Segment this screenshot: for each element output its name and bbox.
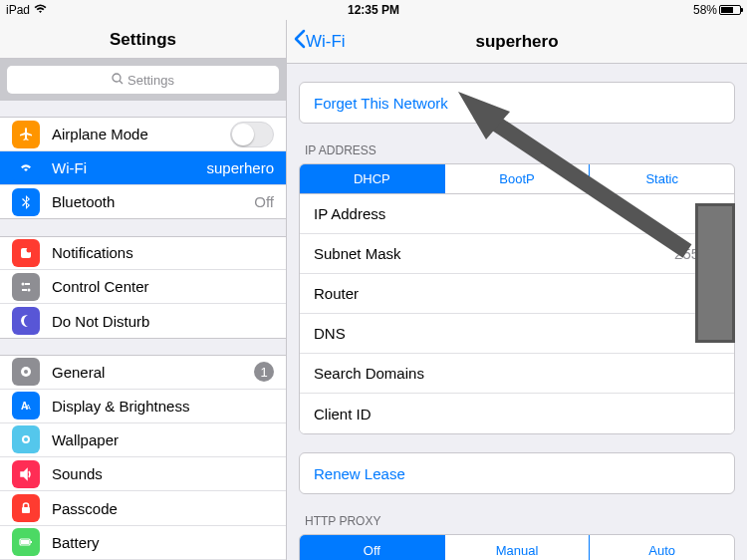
- search-input[interactable]: Settings: [7, 66, 279, 94]
- back-label: Wi-Fi: [306, 32, 346, 52]
- sidebar-item-wifi[interactable]: Wi-Fi superhero: [0, 151, 286, 185]
- sidebar-item-label: Wallpaper: [52, 431, 274, 448]
- lock-icon: [12, 494, 40, 522]
- segment-dhcp[interactable]: DHCP: [300, 164, 445, 193]
- notifications-icon: [12, 239, 40, 267]
- sidebar: Settings Settings Airplane Mode Wi-Fi su…: [0, 20, 287, 560]
- sounds-icon: [12, 460, 40, 488]
- sidebar-item-label: Airplane Mode: [52, 126, 230, 142]
- badge: 1: [254, 362, 274, 382]
- svg-rect-17: [21, 540, 29, 544]
- renew-lease-button[interactable]: Renew Lease: [299, 452, 735, 494]
- ip-section-header: IP ADDRESS: [299, 124, 735, 163]
- svg-rect-14: [22, 507, 30, 513]
- ip-key: Router: [314, 285, 703, 302]
- battery-icon: [719, 5, 741, 15]
- sidebar-item-sounds[interactable]: Sounds: [0, 457, 286, 491]
- control-center-icon: [12, 273, 40, 301]
- bluetooth-icon: [12, 188, 40, 216]
- sidebar-item-value: Off: [254, 193, 274, 210]
- wallpaper-icon: [12, 425, 40, 453]
- sidebar-item-notifications[interactable]: Notifications: [0, 236, 286, 271]
- sidebar-item-display[interactable]: AA Display & Brightness: [0, 390, 286, 423]
- search-icon: [112, 73, 124, 88]
- airplane-icon: [12, 121, 40, 148]
- detail-pane: Wi-Fi superhero Forget This Network IP A…: [287, 20, 747, 560]
- svg-point-9: [24, 370, 28, 374]
- sidebar-item-value: superhero: [206, 159, 274, 176]
- wifi-icon: [12, 153, 40, 181]
- segment-static[interactable]: Static: [590, 164, 734, 193]
- back-button[interactable]: Wi-Fi: [287, 29, 346, 54]
- sidebar-item-passcode[interactable]: Passcode: [0, 491, 286, 525]
- sidebar-item-battery[interactable]: Battery: [0, 526, 286, 560]
- segment-auto[interactable]: Auto: [590, 535, 734, 560]
- svg-point-13: [24, 437, 28, 441]
- airplane-toggle[interactable]: [230, 122, 274, 147]
- sidebar-item-label: Display & Brightness: [52, 398, 274, 415]
- ip-row[interactable]: Search Domains: [300, 354, 734, 394]
- sidebar-item-label: Sounds: [52, 465, 274, 482]
- sidebar-item-label: Wi-Fi: [52, 159, 206, 176]
- sidebar-item-label: Battery: [52, 534, 274, 551]
- ip-row[interactable]: IP Address192: [300, 194, 734, 234]
- sidebar-item-label: Do Not Disturb: [52, 313, 274, 330]
- ip-key: Client ID: [314, 406, 720, 422]
- segment-off[interactable]: Off: [300, 535, 445, 560]
- page-title: superhero: [287, 32, 747, 52]
- forget-label: Forget This Network: [314, 95, 448, 112]
- ip-row[interactable]: DNS19: [300, 314, 734, 354]
- svg-rect-7: [22, 289, 27, 291]
- svg-point-0: [113, 74, 121, 82]
- ip-row[interactable]: Subnet Mask255.25: [300, 234, 734, 274]
- ip-key: DNS: [314, 325, 703, 342]
- annotation-block: [695, 203, 735, 343]
- moon-icon: [12, 307, 40, 335]
- svg-rect-16: [31, 541, 33, 543]
- ip-key: Subnet Mask: [314, 245, 674, 262]
- proxy-segment[interactable]: Off Manual Auto: [300, 535, 734, 560]
- svg-line-1: [120, 81, 123, 84]
- ip-key: IP Address: [314, 205, 695, 222]
- sidebar-item-label: Control Center: [52, 278, 274, 295]
- ip-key: Search Domains: [314, 365, 720, 382]
- sidebar-item-control-center[interactable]: Control Center: [0, 270, 286, 304]
- display-icon: AA: [12, 392, 40, 420]
- sidebar-item-bluetooth[interactable]: Bluetooth Off: [0, 185, 286, 219]
- sidebar-item-wallpaper[interactable]: Wallpaper: [0, 423, 286, 457]
- ip-row[interactable]: Router19: [300, 274, 734, 314]
- clock: 12:35 PM: [0, 3, 747, 17]
- sidebar-item-dnd[interactable]: Do Not Disturb: [0, 304, 286, 338]
- ip-config-segment[interactable]: DHCP BootP Static: [300, 164, 734, 194]
- forget-network-button[interactable]: Forget This Network: [299, 82, 735, 124]
- gear-icon: [12, 358, 40, 386]
- ip-row[interactable]: Client ID: [300, 394, 734, 433]
- sidebar-item-label: Bluetooth: [52, 193, 254, 210]
- battery-icon: [12, 528, 40, 556]
- proxy-section-header: HTTP PROXY: [299, 494, 735, 534]
- svg-point-6: [28, 288, 31, 291]
- svg-point-3: [27, 247, 32, 252]
- sidebar-item-label: Passcode: [52, 500, 274, 517]
- segment-bootp[interactable]: BootP: [445, 164, 591, 193]
- chevron-left-icon: [293, 29, 306, 54]
- segment-manual[interactable]: Manual: [445, 535, 591, 560]
- detail-header: Wi-Fi superhero: [287, 20, 747, 64]
- sidebar-title: Settings: [0, 20, 286, 59]
- search-placeholder: Settings: [127, 73, 174, 88]
- sidebar-item-airplane[interactable]: Airplane Mode: [0, 117, 286, 151]
- status-bar: iPad 12:35 PM 58%: [0, 0, 747, 20]
- sidebar-item-label: Notifications: [52, 244, 274, 261]
- svg-rect-5: [25, 283, 30, 285]
- svg-point-4: [22, 282, 25, 285]
- svg-text:A: A: [26, 404, 31, 411]
- sidebar-item-general[interactable]: General 1: [0, 355, 286, 390]
- sidebar-item-label: General: [52, 364, 254, 381]
- renew-label: Renew Lease: [314, 465, 405, 482]
